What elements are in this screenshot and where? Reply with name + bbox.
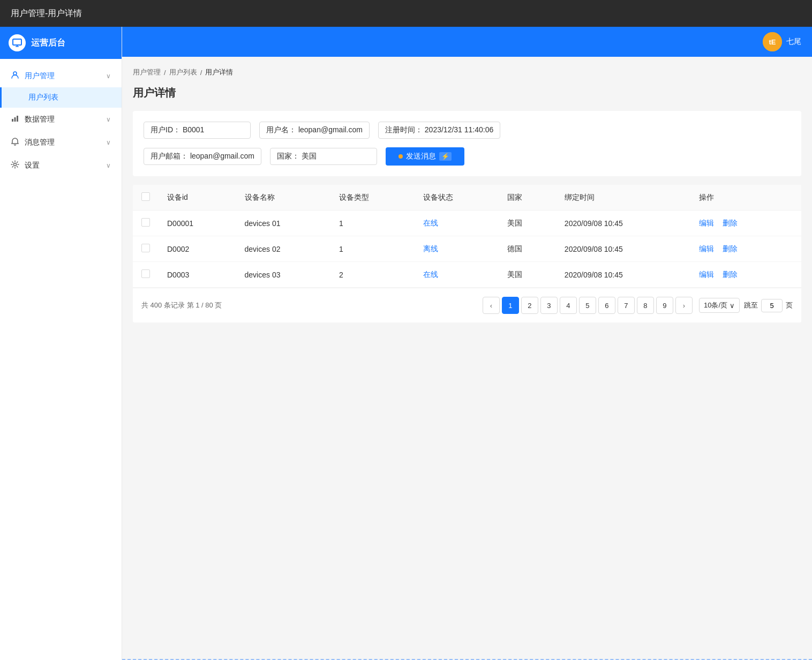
row-checkbox-cell	[133, 211, 159, 236]
row-device-type-2: 2	[330, 262, 415, 288]
sidebar-item-data-management[interactable]: 数据管理 ∨	[0, 108, 122, 131]
user-email-value: leopan@gmail.com	[190, 152, 254, 160]
page-size-select[interactable]: 10条/页 ∨	[699, 298, 740, 313]
row-checkbox-cell	[133, 262, 159, 288]
chevron-right-icon-2: ∨	[106, 139, 111, 146]
table-header-row: 设备id 设备名称 设备类型 设备状态 国家 绑定时间 操作	[133, 185, 801, 211]
row-actions-2: 编辑 删除	[690, 262, 801, 288]
delete-link-0[interactable]: 删除	[723, 219, 738, 227]
user-management-label: 用户管理	[25, 71, 55, 81]
pagination-controls: ‹ 1 2 3 4 5 6 7 8 9 ›	[483, 297, 693, 314]
sidebar-item-message-management[interactable]: 消息管理 ∨	[0, 131, 122, 154]
status-badge-1: 离线	[423, 244, 438, 253]
row-device-name-2: devices 03	[236, 262, 330, 288]
row-country-2: 美国	[499, 262, 556, 288]
data-management-label: 数据管理	[25, 115, 55, 124]
row-device-status-2[interactable]: 在线	[415, 262, 499, 288]
row-bind-time-2: 2020/09/08 10:45	[556, 262, 690, 288]
table-row: D0003 devices 03 2 在线 美国 2020/09/08 10:4…	[133, 262, 801, 288]
user-email-field: 用户邮箱： leopan@gmail.com	[144, 148, 261, 165]
row-device-type-1: 1	[330, 236, 415, 262]
sidebar-logo-icon	[9, 34, 26, 51]
user-name-label: 用户名：	[266, 125, 296, 134]
edit-link-2[interactable]: 编辑	[699, 270, 714, 279]
row-checkbox-1[interactable]	[141, 244, 150, 252]
page-unit-label: 页	[786, 301, 793, 310]
edit-link-1[interactable]: 编辑	[699, 244, 714, 253]
th-device-status: 设备状态	[415, 185, 499, 211]
registration-time-label: 注册时间：	[385, 125, 423, 134]
delete-link-1[interactable]: 删除	[723, 244, 738, 253]
row-checkbox-2[interactable]	[141, 269, 150, 278]
device-table: 设备id 设备名称 设备类型 设备状态 国家 绑定时间 操作	[133, 185, 801, 288]
page-size-label: 10条/页	[704, 301, 727, 310]
user-id-value: B0001	[183, 125, 204, 134]
th-checkbox	[133, 185, 159, 211]
sidebar-item-user-management[interactable]: 用户管理 ∨	[0, 64, 122, 87]
user-info[interactable]: tE 七尾	[763, 32, 801, 51]
page-content: 用户管理 / 用户列表 / 用户详情 用户详情 用户ID： B0001	[122, 57, 812, 659]
jump-label: 跳至	[744, 301, 758, 310]
username-display: 七尾	[786, 37, 801, 47]
svg-point-3	[13, 72, 17, 75]
sidebar-logo-text: 运营后台	[31, 38, 65, 49]
svg-rect-6	[17, 116, 18, 122]
row-bind-time-1: 2020/09/08 10:45	[556, 236, 690, 262]
page-btn-8[interactable]: 8	[637, 297, 654, 314]
lightning-icon: ⚡	[439, 152, 452, 161]
user-name-value: leopan@gmail.com	[298, 125, 363, 134]
row-device-status-0[interactable]: 在线	[415, 211, 499, 236]
user-icon	[11, 71, 19, 81]
row-checkbox-0[interactable]	[141, 218, 150, 227]
user-email-label: 用户邮箱：	[151, 152, 188, 160]
prev-page-button[interactable]: ‹	[483, 297, 500, 314]
breadcrumb: 用户管理 / 用户列表 / 用户详情	[133, 68, 801, 77]
settings-label: 设置	[25, 161, 40, 170]
page-btn-3[interactable]: 3	[540, 297, 558, 314]
title-bar: 用户管理-用户详情	[0, 0, 812, 27]
sidebar-menu: 用户管理 ∨ 用户列表	[0, 59, 122, 660]
header-bar: tE 七尾	[122, 27, 812, 57]
row-checkbox-cell	[133, 236, 159, 262]
th-device-id: 设备id	[159, 185, 236, 211]
country-field: 国家： 美国	[270, 148, 377, 165]
svg-rect-1	[16, 46, 19, 47]
page-title-bar-text: 用户管理-用户详情	[11, 8, 82, 19]
jump-to-section: 跳至 页	[744, 299, 793, 312]
content-area: tE 七尾 用户管理 / 用户列表 / 用户详情 用户详情	[122, 27, 812, 660]
th-country: 国家	[499, 185, 556, 211]
pagination-bar: 共 400 条记录 第 1 / 80 页 ‹ 1 2 3 4 5 6 7	[133, 288, 801, 322]
sidebar-item-settings[interactable]: 设置 ∨	[0, 154, 122, 177]
send-message-button[interactable]: 发送消息 ⚡	[386, 147, 464, 166]
jump-input[interactable]	[761, 299, 783, 312]
breadcrumb-sep-2: /	[200, 69, 202, 77]
row-device-name-1: devices 02	[236, 236, 330, 262]
breadcrumb-user-list[interactable]: 用户列表	[169, 68, 197, 77]
sidebar-logo[interactable]: 运营后台	[0, 27, 122, 59]
page-btn-4[interactable]: 4	[560, 297, 577, 314]
row-device-status-1[interactable]: 离线	[415, 236, 499, 262]
sidebar-submenu-user-list[interactable]: 用户列表	[0, 87, 122, 108]
status-badge-0: 在线	[423, 219, 438, 227]
status-badge-2: 在线	[423, 270, 438, 279]
page-btn-2[interactable]: 2	[521, 297, 538, 314]
page-btn-1[interactable]: 1	[502, 297, 519, 314]
delete-link-2[interactable]: 删除	[723, 270, 738, 279]
registration-time-value: 2023/12/31 11:40:06	[425, 125, 493, 134]
next-page-button[interactable]: ›	[675, 297, 693, 314]
send-dot	[399, 154, 403, 159]
header-checkbox[interactable]	[141, 192, 150, 201]
edit-link-0[interactable]: 编辑	[699, 219, 714, 227]
page-btn-7[interactable]: 7	[618, 297, 635, 314]
message-management-label: 消息管理	[25, 138, 55, 147]
user-form-row-2: 用户邮箱： leopan@gmail.com 国家： 美国 发送消息 ⚡	[144, 147, 791, 166]
breadcrumb-user-management[interactable]: 用户管理	[133, 68, 161, 77]
svg-rect-4	[12, 119, 13, 122]
row-device-id-1: D0002	[159, 236, 236, 262]
table-wrapper: 设备id 设备名称 设备类型 设备状态 国家 绑定时间 操作	[133, 185, 801, 288]
row-actions-1: 编辑 删除	[690, 236, 801, 262]
page-btn-5[interactable]: 5	[579, 297, 596, 314]
settings-icon	[11, 160, 19, 170]
page-btn-9[interactable]: 9	[656, 297, 673, 314]
page-btn-6[interactable]: 6	[598, 297, 615, 314]
